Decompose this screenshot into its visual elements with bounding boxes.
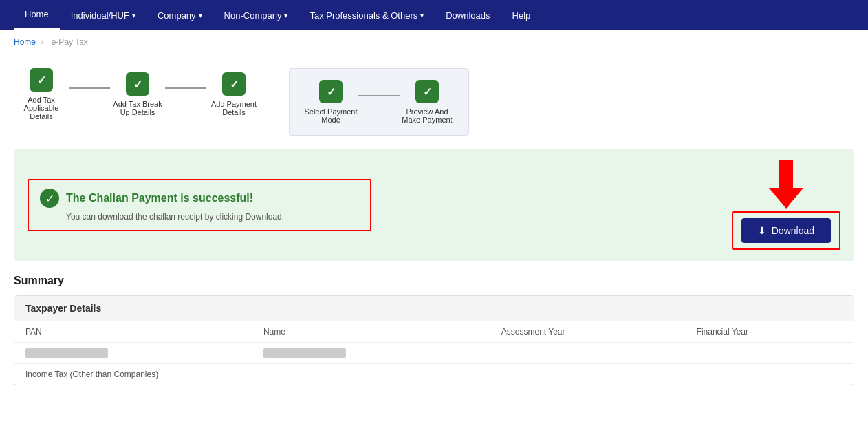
blurred-name — [263, 348, 346, 358]
nav-help[interactable]: Help — [501, 0, 542, 30]
step-2-label: Add Tax Break Up Details — [110, 100, 165, 116]
step-3-circle: ✓ — [222, 72, 246, 96]
success-subtitle: You can download the challan receipt by … — [66, 212, 359, 222]
sub-step-2-circle: ✓ — [415, 80, 439, 103]
red-arrow-annotation — [766, 160, 807, 209]
step-3: ✓ Add Payment Details — [206, 72, 261, 116]
download-red-box: ⬇ Download — [732, 211, 840, 250]
breadcrumb-home[interactable]: Home — [14, 37, 36, 47]
step-connector-1 — [69, 87, 110, 89]
chevron-down-icon: ▾ — [284, 12, 287, 19]
breadcrumb-separator: › — [41, 37, 43, 47]
nav-non-company[interactable]: Non-Company ▾ — [213, 0, 299, 30]
step-1: ✓ Add Tax Applicable Details — [14, 68, 69, 120]
col-name: Name — [252, 321, 490, 343]
sub-step-2: ✓ Preview And Make Payment — [400, 80, 455, 124]
cell-pan — [14, 343, 252, 364]
col-financial-year: Financial Year — [686, 321, 854, 343]
step-3-label: Add Payment Details — [206, 100, 261, 116]
step-1-circle: ✓ — [30, 68, 53, 92]
success-checkmark-icon: ✓ — [40, 189, 59, 208]
summary-title: Summary — [14, 275, 854, 287]
income-tax-label: Income Tax (Other than Companies) — [14, 364, 854, 385]
breadcrumb-current: e-Pay Tax — [52, 37, 88, 47]
download-annotation: ⬇ Download — [732, 160, 840, 250]
step-group-outer: ✓ Add Tax Applicable Details ✓ Add Tax B… — [14, 68, 261, 120]
breadcrumb: Home › e-Pay Tax — [0, 30, 868, 54]
navbar: Home Individual/HUF ▾ Company ▾ Non-Comp… — [0, 0, 868, 30]
taxpayer-table: PAN Name Assessment Year Financial Year — [14, 321, 854, 364]
step-2-circle: ✓ — [126, 72, 149, 96]
step-2: ✓ Add Tax Break Up Details — [110, 72, 165, 116]
cell-name — [252, 343, 490, 364]
chevron-down-icon: ▾ — [199, 12, 202, 19]
sub-connector — [358, 95, 400, 96]
success-title: The Challan Payment is successful! — [66, 192, 253, 204]
main-content: ✓ Add Tax Applicable Details ✓ Add Tax B… — [0, 54, 868, 435]
chevron-down-icon: ▾ — [420, 12, 424, 19]
nav-home[interactable]: Home — [14, 0, 60, 30]
download-button[interactable]: ⬇ Download — [741, 218, 831, 243]
sub-step-2-label: Preview And Make Payment — [400, 107, 455, 124]
step-connector-2 — [165, 87, 206, 89]
download-label: Download — [772, 225, 814, 236]
blurred-pan — [25, 348, 108, 358]
success-box: ✓ The Challan Payment is successful! You… — [28, 179, 371, 231]
stepper: ✓ Add Tax Applicable Details ✓ Add Tax B… — [14, 68, 854, 136]
sub-step-1: ✓ Select Payment Mode — [303, 80, 358, 124]
sub-step-1-circle: ✓ — [319, 80, 343, 103]
table-row — [14, 343, 854, 364]
success-download-row: ✓ The Challan Payment is successful! You… — [14, 149, 854, 261]
arrow-down-svg — [766, 160, 807, 209]
sub-stepper: ✓ Select Payment Mode ✓ Preview And Make… — [289, 68, 469, 136]
summary-section: Summary Taxpayer Details PAN Name Assess… — [14, 275, 854, 399]
table-header-row: PAN Name Assessment Year Financial Year — [14, 321, 854, 343]
step-1-label: Add Tax Applicable Details — [14, 96, 69, 120]
success-title-row: ✓ The Challan Payment is successful! — [40, 189, 359, 208]
taxpayer-card: Taxpayer Details PAN Name Assessment Yea… — [14, 295, 854, 385]
nav-individual-huf[interactable]: Individual/HUF ▾ — [60, 0, 147, 30]
col-assessment-year: Assessment Year — [490, 321, 686, 343]
nav-company[interactable]: Company ▾ — [147, 0, 213, 30]
chevron-down-icon: ▾ — [132, 12, 135, 19]
nav-downloads[interactable]: Downloads — [435, 0, 501, 30]
cell-financial-year — [686, 343, 854, 364]
col-pan: PAN — [14, 321, 252, 343]
sub-step-1-label: Select Payment Mode — [303, 107, 358, 124]
download-icon: ⬇ — [758, 225, 766, 236]
nav-tax-professionals[interactable]: Tax Professionals & Others ▾ — [299, 0, 435, 30]
svg-marker-0 — [769, 160, 803, 209]
taxpayer-card-header: Taxpayer Details — [14, 296, 854, 321]
cell-assessment-year — [490, 343, 686, 364]
